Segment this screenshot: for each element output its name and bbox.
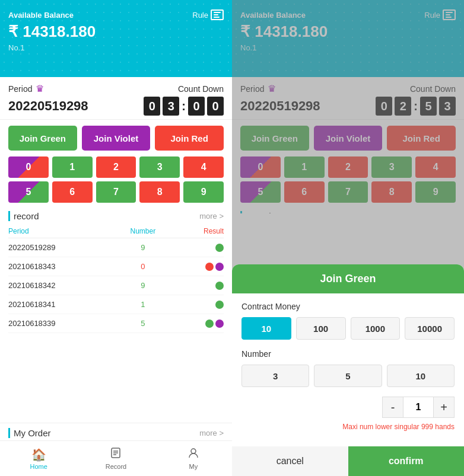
money-btn-10[interactable]: 10 — [241, 317, 291, 340]
modal-cancel-button[interactable]: cancel — [232, 446, 348, 476]
record-icon — [110, 447, 122, 462]
left-record-table: Period Number Result 20220519289 9 20210… — [8, 225, 224, 333]
left-join-red-button[interactable]: Join Red — [155, 126, 224, 151]
left-number-row-2: 5 6 7 8 9 — [8, 181, 224, 203]
left-my-order-header: My Order more > — [8, 428, 224, 438]
money-btn-1000[interactable]: 1000 — [351, 317, 401, 340]
dot-green — [215, 301, 224, 309]
left-balance-label: Available Balance — [8, 11, 74, 20]
num-select-5[interactable]: 5 — [314, 365, 382, 387]
nav-record-label: Record — [106, 463, 126, 470]
dot-red — [205, 263, 214, 271]
col-number-header: Number — [116, 227, 170, 235]
left-no-label: No.1 — [8, 43, 224, 52]
left-period-number: 20220519298 — [8, 98, 88, 114]
qty-minus-btn[interactable]: - — [382, 397, 403, 418]
rule-icon — [211, 9, 224, 20]
table-row: 20210618341 1 — [8, 295, 224, 314]
col-result-header: Result — [170, 227, 224, 235]
left-number-row-1: 0 1 2 3 4 — [8, 156, 224, 178]
left-balance-amount: ₹ 14318.180 — [8, 23, 224, 41]
timer-box-3: 0 — [207, 97, 224, 116]
contract-money-row: 10 100 1000 10000 — [241, 317, 455, 340]
left-header: Available Balance Rule ₹ 14318.180 No.1 — [0, 0, 232, 77]
money-btn-10000[interactable]: 10000 — [405, 317, 455, 340]
timer-box-0: 0 — [144, 97, 160, 116]
svg-rect-0 — [214, 12, 221, 13]
left-nav-record[interactable]: Record — [77, 441, 154, 476]
timer-box-2: 0 — [188, 97, 205, 116]
quantity-row: - 1 + — [241, 397, 455, 418]
left-period-section: Period ♛ Count Down 20220519298 0 3 : 0 … — [0, 77, 232, 120]
dot-green — [215, 244, 224, 252]
join-modal: Join Green Contract Money 10 100 1000 10… — [232, 264, 464, 476]
svg-rect-1 — [214, 14, 218, 15]
table-row: 20210618339 5 — [8, 314, 224, 333]
right-panel: Available Balance Rule ₹ 14318.180 No.1 … — [232, 0, 464, 476]
num-select-10[interactable]: 10 — [387, 365, 455, 387]
modal-header: Join Green — [232, 264, 464, 293]
left-countdown-label: Count Down — [178, 84, 224, 94]
qty-plus-btn[interactable]: + — [433, 397, 455, 418]
max-info: Maxi num lower singular 999 hands — [241, 423, 455, 431]
left-record-header: record more > — [8, 211, 224, 221]
qty-value: 1 — [403, 397, 433, 418]
svg-rect-2 — [214, 17, 220, 18]
left-rule-button[interactable]: Rule — [192, 9, 224, 20]
table-row: 20210618343 0 — [8, 257, 224, 276]
crown-icon: ♛ — [36, 83, 44, 94]
left-panel: Available Balance Rule ₹ 14318.180 No.1 … — [0, 0, 232, 476]
left-record-section: record more > Period Number Result 20220… — [0, 207, 232, 423]
dot-green — [205, 320, 214, 328]
left-number-grid: 0 1 2 3 4 5 6 7 8 9 — [0, 156, 232, 207]
number-select-row: 3 5 10 — [241, 365, 455, 387]
left-record-table-header: Period Number Result — [8, 225, 224, 238]
left-period-label: Period ♛ — [8, 83, 44, 94]
nav-home-label: Home — [30, 463, 47, 470]
modal-confirm-button[interactable]: confirm — [348, 446, 465, 476]
table-row: 20210618342 9 — [8, 276, 224, 295]
left-countdown-timer: 0 3 : 0 0 — [144, 97, 224, 116]
my-icon — [187, 447, 199, 462]
contract-money-label: Contract Money — [241, 302, 455, 311]
left-record-title: record — [8, 211, 39, 221]
left-num-1[interactable]: 1 — [52, 156, 93, 178]
left-join-green-button[interactable]: Join Green — [8, 126, 77, 151]
left-join-buttons: Join Green Join Violet Join Red — [0, 120, 232, 156]
left-my-order-title: My Order — [8, 428, 51, 438]
dot-violet — [215, 263, 224, 271]
left-bottom-nav: 🏠 Home Record — [0, 440, 232, 476]
left-my-order-section: My Order more > — [0, 423, 232, 440]
left-num-5[interactable]: 5 — [8, 181, 49, 203]
num-select-3[interactable]: 3 — [241, 365, 309, 387]
left-num-6[interactable]: 6 — [52, 181, 93, 203]
money-btn-100[interactable]: 100 — [296, 317, 346, 340]
left-num-9[interactable]: 9 — [183, 181, 224, 203]
col-period-header: Period — [8, 227, 116, 235]
timer-box-1: 3 — [163, 97, 179, 116]
left-my-order-more[interactable]: more > — [199, 429, 224, 437]
left-join-violet-button[interactable]: Join Violet — [82, 126, 151, 151]
svg-point-7 — [191, 449, 196, 453]
left-num-8[interactable]: 8 — [139, 181, 180, 203]
modal-body: Contract Money 10 100 1000 10000 Number … — [232, 293, 464, 446]
dot-violet — [215, 320, 224, 328]
nav-my-label: My — [189, 463, 198, 470]
modal-footer: cancel confirm — [232, 446, 464, 476]
left-nav-home[interactable]: 🏠 Home — [0, 441, 77, 476]
left-num-2[interactable]: 2 — [96, 156, 136, 178]
left-num-7[interactable]: 7 — [96, 181, 136, 203]
left-num-3[interactable]: 3 — [139, 156, 180, 178]
left-nav-my[interactable]: My — [155, 441, 232, 476]
left-num-4[interactable]: 4 — [183, 156, 224, 178]
number-select-label: Number — [241, 349, 455, 359]
home-icon: 🏠 — [31, 448, 46, 462]
table-row: 20220519289 9 — [8, 238, 224, 257]
left-record-more[interactable]: more > — [199, 212, 224, 221]
left-num-0[interactable]: 0 — [8, 156, 49, 178]
dot-green — [215, 282, 224, 290]
